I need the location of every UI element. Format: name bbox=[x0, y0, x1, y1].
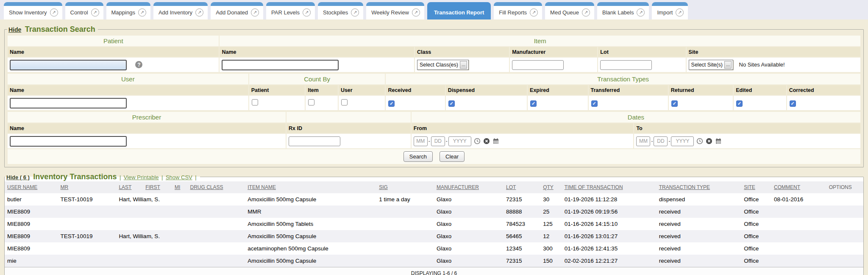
cell-drug-class bbox=[188, 193, 245, 206]
open-new-window-icon[interactable]: ↗ bbox=[676, 8, 684, 17]
checkbox-user[interactable] bbox=[341, 99, 348, 106]
from-year-input[interactable] bbox=[448, 136, 471, 146]
column-header-site[interactable]: SITE bbox=[741, 181, 771, 193]
open-new-window-icon[interactable]: ↗ bbox=[138, 8, 146, 17]
cell-lot: 72315 bbox=[504, 255, 540, 267]
open-new-window-icon[interactable]: ↗ bbox=[91, 8, 99, 17]
cell-last bbox=[116, 218, 143, 230]
tab-weekly-review[interactable]: Weekly Review↗ bbox=[366, 2, 424, 19]
column-header-first[interactable]: FIRST bbox=[143, 181, 172, 193]
user-name-input[interactable] bbox=[10, 98, 127, 108]
tab-label: Stockpiles bbox=[323, 9, 348, 16]
checkbox-edited[interactable]: ✓ bbox=[736, 100, 743, 107]
label-item: Item bbox=[306, 85, 338, 95]
tab-import[interactable]: Import↗ bbox=[652, 2, 688, 19]
cell-sig bbox=[376, 206, 434, 218]
cell-sig: 1 time a day bbox=[376, 193, 434, 206]
tab-add-inventory[interactable]: Add Inventory↗ bbox=[153, 2, 208, 19]
tab-control[interactable]: Control↗ bbox=[65, 2, 103, 19]
tab-show-inventory[interactable]: Show Inventory↗ bbox=[4, 2, 62, 19]
cell-mi bbox=[172, 218, 187, 230]
clear-date-icon[interactable] bbox=[706, 138, 712, 144]
checkbox-item[interactable] bbox=[308, 99, 314, 106]
site-ellipsis-button[interactable]: ... bbox=[724, 61, 732, 69]
column-header-time-of-transaction[interactable]: TIME OF TRANSACTION bbox=[562, 181, 657, 193]
open-new-window-icon[interactable]: ↗ bbox=[637, 8, 645, 17]
calendar-icon[interactable] bbox=[492, 138, 499, 144]
checkbox-received[interactable]: ✓ bbox=[388, 100, 395, 107]
column-header-qty[interactable]: QTY bbox=[540, 181, 562, 193]
cell-mi bbox=[172, 242, 187, 255]
clear-date-icon[interactable] bbox=[483, 138, 490, 144]
tab-med-queue[interactable]: Med Queue↗ bbox=[545, 2, 594, 19]
open-new-window-icon[interactable]: ↗ bbox=[251, 8, 259, 17]
from-day-input[interactable] bbox=[431, 136, 445, 146]
clock-icon[interactable] bbox=[474, 138, 481, 144]
checkbox-expired[interactable]: ✓ bbox=[530, 100, 537, 107]
open-new-window-icon[interactable]: ↗ bbox=[530, 8, 538, 17]
column-header-sig[interactable]: SIG bbox=[376, 181, 434, 193]
rx-id-input[interactable] bbox=[289, 136, 340, 146]
column-header-comment[interactable]: COMMENT bbox=[771, 181, 826, 193]
item-name-input[interactable] bbox=[222, 60, 339, 70]
tab-blank-labels[interactable]: Blank Labels↗ bbox=[597, 2, 649, 19]
checkbox-returned[interactable]: ✓ bbox=[671, 100, 678, 107]
date-separator: - bbox=[446, 138, 448, 144]
prescriber-name-input[interactable] bbox=[10, 136, 127, 147]
site-select[interactable]: Select Site(s) ... bbox=[689, 60, 734, 70]
hide-results-link[interactable]: Hide ( 6 ) bbox=[6, 174, 30, 181]
cell-transaction-type: received bbox=[657, 218, 742, 230]
search-button[interactable]: Search bbox=[403, 151, 433, 162]
column-header-drug-class[interactable]: DRUG CLASS bbox=[188, 181, 245, 193]
view-printable-link[interactable]: View Printable bbox=[124, 174, 159, 181]
hide-search-link[interactable]: Hide bbox=[8, 26, 21, 33]
checkbox-patient[interactable] bbox=[252, 99, 258, 106]
date-separator: - bbox=[651, 138, 653, 144]
to-year-input[interactable] bbox=[671, 136, 694, 146]
column-header-mi[interactable]: MI bbox=[172, 181, 187, 193]
clear-button[interactable]: Clear bbox=[440, 151, 465, 162]
patient-name-input[interactable] bbox=[10, 60, 127, 70]
column-header-item-name[interactable]: ITEM NAME bbox=[245, 181, 376, 193]
tab-transaction-report[interactable]: Transaction Report bbox=[427, 2, 491, 19]
checkbox-transferred[interactable]: ✓ bbox=[591, 100, 598, 107]
table-row: MIE8809acetaminophen 500mg CapsuleGlaxo1… bbox=[5, 242, 863, 255]
cell-comment bbox=[771, 218, 826, 230]
column-header-transaction-type[interactable]: TRANSACTION TYPE bbox=[657, 181, 742, 193]
class-ellipsis-button[interactable]: ... bbox=[460, 61, 467, 69]
checkbox-dispensed[interactable]: ✓ bbox=[448, 100, 455, 107]
patient-section-header: Patient bbox=[8, 36, 219, 46]
cell-user-name: butler bbox=[5, 193, 58, 206]
tab-stockpiles[interactable]: Stockpiles↗ bbox=[318, 2, 363, 19]
column-header-last[interactable]: LAST bbox=[116, 181, 143, 193]
open-new-window-icon[interactable]: ↗ bbox=[195, 8, 203, 17]
show-csv-link[interactable]: Show CSV bbox=[166, 174, 192, 181]
clock-icon[interactable] bbox=[696, 138, 703, 144]
tab-label: Show Inventory bbox=[9, 9, 47, 16]
tab-add-donated[interactable]: Add Donated↗ bbox=[211, 2, 263, 19]
checkbox-corrected[interactable]: ✓ bbox=[790, 100, 796, 107]
class-select[interactable]: Select Class(es) ... bbox=[417, 60, 469, 70]
column-header-user-name[interactable]: USER NAME bbox=[5, 181, 58, 193]
tab-fill-reports[interactable]: Fill Reports↗ bbox=[494, 2, 542, 19]
to-day-input[interactable] bbox=[654, 136, 668, 146]
cell-drug-class bbox=[188, 242, 245, 255]
help-icon[interactable]: ? bbox=[135, 61, 142, 68]
column-header-lot[interactable]: LOT bbox=[504, 181, 540, 193]
calendar-icon[interactable] bbox=[715, 138, 722, 144]
tab-par-levels[interactable]: PAR Levels↗ bbox=[266, 2, 315, 19]
open-new-window-icon[interactable]: ↗ bbox=[50, 8, 58, 17]
column-header-manufacturer[interactable]: MANUFACTURER bbox=[434, 181, 504, 193]
column-header-mr[interactable]: MR bbox=[58, 181, 117, 193]
table-row: MIE8809Amoxicillin 500mg TabletsGlaxo784… bbox=[5, 218, 863, 230]
tab-mappings[interactable]: Mappings↗ bbox=[106, 2, 150, 19]
to-month-input[interactable] bbox=[636, 136, 650, 146]
from-month-input[interactable] bbox=[414, 136, 428, 146]
open-new-window-icon[interactable]: ↗ bbox=[351, 8, 359, 17]
cell-transaction-type: received bbox=[657, 242, 742, 255]
lot-input[interactable] bbox=[600, 60, 652, 70]
manufacturer-input[interactable] bbox=[512, 60, 564, 70]
open-new-window-icon[interactable]: ↗ bbox=[303, 8, 311, 17]
open-new-window-icon[interactable]: ↗ bbox=[412, 8, 420, 17]
open-new-window-icon[interactable]: ↗ bbox=[582, 8, 590, 17]
